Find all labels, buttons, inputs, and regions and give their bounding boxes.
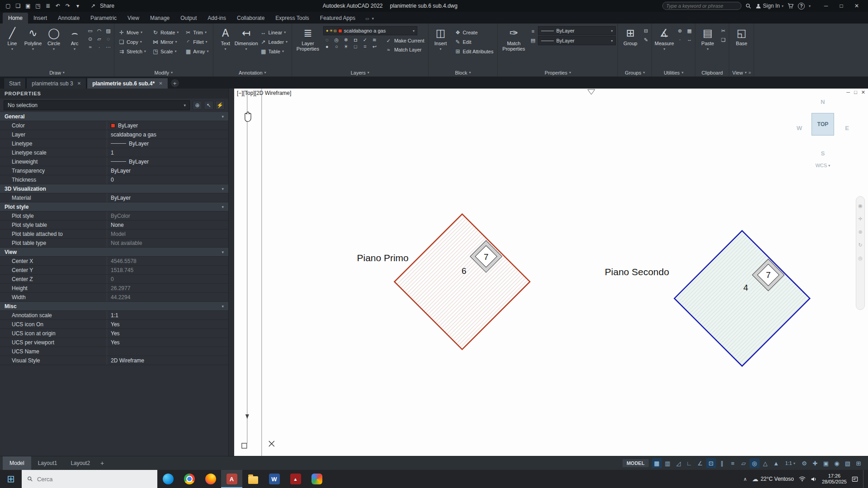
weather-widget[interactable]: ☁ 22°C Ventoso	[752, 475, 794, 483]
property-row[interactable]: Material ▾ ByLayer	[0, 193, 228, 202]
maximize-icon[interactable]: □	[834, 0, 849, 12]
drawing-canvas-svg[interactable]: Piano Primo 7 6 Piano Secondo 7 4	[234, 89, 868, 456]
close-tab-icon[interactable]: ✕	[77, 81, 81, 86]
trim-button[interactable]: ✂ Trim ▾	[183, 28, 211, 37]
isolate-objects-icon[interactable]: ◉	[832, 458, 842, 468]
select-objects-icon[interactable]: ↖	[204, 101, 213, 110]
model-tab[interactable]: Model	[3, 456, 31, 470]
match-layer-button[interactable]: ≈ Match Layer	[383, 46, 426, 54]
array-button[interactable]: ▦ Array ▾	[183, 47, 211, 56]
draw-panel-label[interactable]: Draw▾	[2, 69, 112, 76]
measure-button[interactable]: ∡ Measure ▾	[654, 24, 675, 51]
autoscale-icon[interactable]: ▲	[771, 458, 781, 468]
property-row[interactable]: Linetype scale ▾ 1	[0, 148, 228, 157]
create-block-button[interactable]: ❖ Create	[453, 28, 496, 37]
viewcube-west[interactable]: W	[797, 125, 802, 131]
ellipse-tool-icon[interactable]: ◠	[95, 28, 103, 34]
navigation-wheel-icon[interactable]: ◉	[858, 203, 863, 209]
tab-collaborate[interactable]: Collaborate	[231, 13, 270, 23]
edge-app-icon[interactable]	[157, 470, 179, 488]
selection-dropdown[interactable]: No selection ▾	[4, 100, 190, 110]
property-row[interactable]: Center Z ▾ 0	[0, 275, 228, 284]
properties-panel-label[interactable]: Properties▾	[500, 69, 616, 76]
modify-panel-label[interactable]: Modify▾	[116, 69, 211, 76]
layer-thaw-icon[interactable]: ☀	[342, 43, 350, 50]
new-drawing-icon[interactable]: ▢	[4, 3, 13, 9]
plot-icon[interactable]: ≣	[43, 3, 52, 9]
table-button[interactable]: ▦ Table ▾	[258, 47, 290, 56]
property-row[interactable]: UCS per viewport ▾ Yes	[0, 338, 228, 347]
floor-plan-piano-primo[interactable]: Piano Primo 7 6	[357, 214, 530, 350]
transparency-toggle-icon[interactable]: ▱	[739, 458, 749, 468]
taskbar-search-input[interactable]	[37, 476, 152, 483]
layout2-tab[interactable]: Layout2	[64, 456, 97, 470]
layer-unisolate-icon[interactable]: ○	[333, 43, 340, 50]
help-search-input[interactable]	[666, 3, 737, 9]
collapse-section-icon[interactable]: ▾	[222, 114, 228, 119]
property-row[interactable]: UCS Name ▾	[0, 347, 228, 356]
add-layout-button[interactable]: +	[97, 460, 108, 467]
tab-output[interactable]: Output	[175, 13, 202, 23]
cart-icon[interactable]	[788, 3, 794, 9]
construction-line-tool-icon[interactable]: ⋯	[104, 44, 112, 51]
drawing-area[interactable]: [−][Top][2D Wireframe] ─□✕ N W TOP E S W…	[234, 89, 868, 456]
utilities-panel-label[interactable]: Utilities▾	[654, 69, 693, 76]
ungroup-icon[interactable]: ⊟	[642, 28, 650, 34]
photos-app-icon[interactable]	[306, 470, 327, 488]
collapse-section-icon[interactable]: ▾	[222, 205, 228, 209]
collapse-section-icon[interactable]: ▾	[222, 250, 228, 254]
layout1-tab[interactable]: Layout1	[31, 456, 64, 470]
base-view-button[interactable]: ◱ Base	[731, 24, 752, 46]
property-row[interactable]: Plot table type ▾ Not available	[0, 239, 228, 248]
clock[interactable]: 17:26 28/05/2025	[822, 473, 847, 485]
clipboard-panel-label[interactable]: Clipboard	[697, 69, 727, 76]
property-row[interactable]: Plot style ▾ ByColor	[0, 211, 228, 221]
layers-panel-label[interactable]: Layers▾	[294, 69, 426, 76]
tab-parametric[interactable]: Parametric	[85, 13, 122, 23]
linear-dimension-button[interactable]: ↔ Linear ▾	[258, 28, 290, 37]
stretch-button[interactable]: ⇉ Stretch ▾	[116, 47, 148, 56]
line-tool-button[interactable]: ╱ Line ▾	[2, 24, 23, 51]
polyline-tool-button[interactable]: ∿ Polyline ▾	[23, 24, 43, 51]
edit-block-button[interactable]: ✎ Edit	[453, 38, 496, 46]
viewcube[interactable]: N W TOP E S WCS ▾	[796, 99, 850, 175]
property-row[interactable]: Height ▾ 26.2977	[0, 284, 228, 293]
match-properties-button[interactable]: ✑ Match Properties	[500, 24, 528, 52]
annotation-panel-label[interactable]: Annotation▾	[215, 69, 290, 76]
help-icon[interactable]: ?	[798, 3, 805, 9]
spline-tool-icon[interactable]: ≈	[86, 44, 94, 51]
edit-attributes-button[interactable]: ⊞ Edit Attributes	[453, 47, 496, 56]
tray-expand-icon[interactable]: ∧	[743, 476, 747, 482]
rotate-button[interactable]: ↻ Rotate ▾	[150, 28, 181, 37]
property-row[interactable]: Width ▾ 44.2294	[0, 293, 228, 302]
toggle-pickadd-icon[interactable]: ⊕	[193, 101, 202, 110]
cut-icon[interactable]: ✂	[719, 28, 727, 34]
orbit-tool-icon[interactable]: ↻	[858, 242, 862, 248]
annotation-scale-button[interactable]: 1:1 ▾	[782, 460, 798, 466]
speaker-icon[interactable]	[811, 476, 817, 482]
search-icon[interactable]	[745, 3, 751, 9]
close-icon[interactable]: ✕	[849, 0, 864, 12]
infer-constraints-icon[interactable]: ◿	[674, 458, 684, 468]
layer-walk-icon[interactable]: ≋	[371, 37, 378, 43]
model-space-toggle[interactable]: MODEL	[623, 459, 649, 467]
layer-match-icon[interactable]: =	[361, 43, 369, 50]
polar-tracking-icon[interactable]: ∠	[695, 458, 705, 468]
notification-center-icon[interactable]	[852, 476, 858, 482]
drawing-tab-planimetria-sub-3[interactable]: planimetria sub 3 ✕	[26, 78, 86, 89]
word-app-icon[interactable]: W	[264, 470, 285, 488]
viewcube-east[interactable]: E	[845, 125, 849, 131]
wifi-icon[interactable]	[799, 476, 806, 482]
view-panel-label[interactable]: View▾»	[731, 69, 752, 76]
quick-calc-icon[interactable]: ▦	[685, 28, 693, 34]
layer-isolate-icon[interactable]: ◎	[333, 37, 340, 43]
tab-insert[interactable]: Insert	[28, 13, 52, 23]
group-button[interactable]: ⊞ Group	[620, 24, 641, 46]
layer-previous-icon[interactable]: ↩	[371, 43, 378, 50]
viewport-close-icon[interactable]: ✕	[861, 89, 865, 95]
property-row[interactable]: View ▾	[0, 248, 228, 257]
layer-on-icon[interactable]: ●	[323, 43, 331, 50]
circle-tool-button[interactable]: ◯ Circle ▾	[43, 24, 64, 51]
property-row[interactable]: Thickness ▾ 0	[0, 175, 228, 184]
move-button[interactable]: ✛ Move ▾	[116, 28, 148, 37]
